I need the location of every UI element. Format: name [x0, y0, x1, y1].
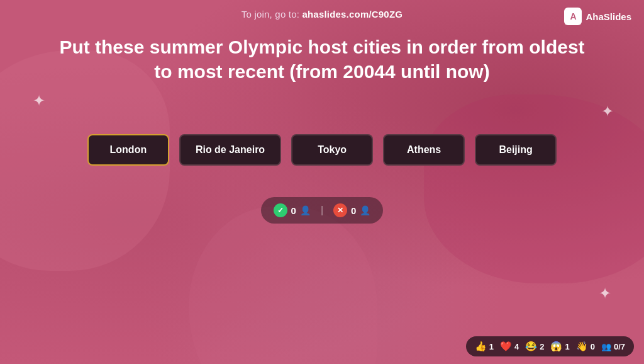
cities-row: London Rio de Janeiro Tokyo Athens Beiji…	[87, 134, 557, 166]
logo-name: AhaSlides	[586, 11, 631, 22]
top-bar: To join, go to: ahaslides.com/C90ZG A Ah…	[0, 0, 644, 26]
person-icon-correct: 👤	[300, 205, 311, 215]
person-icon-wrong: 👤	[360, 205, 370, 215]
join-url: ahaslides.com/C90ZG	[302, 9, 402, 20]
wrong-stat: ✕ 0 👤	[333, 203, 370, 217]
correct-stat: ✓ 0 👤	[274, 203, 311, 217]
correct-count: 0	[291, 205, 296, 216]
wrong-count: 0	[351, 205, 356, 216]
stat-divider: |	[321, 205, 323, 216]
join-prefix: To join, go to:	[242, 9, 303, 20]
logo-icon: A	[564, 8, 582, 25]
x-icon: ✕	[333, 203, 347, 217]
city-card-beijing[interactable]: Beijing	[475, 134, 557, 166]
city-card-tokyo[interactable]: Tokyo	[291, 134, 373, 166]
ahaslides-logo: A AhaSlides	[564, 8, 631, 25]
stats-row: ✓ 0 👤 | ✕ 0 👤	[261, 197, 384, 224]
question-title: Put these summer Olympic host cities in …	[39, 28, 605, 84]
check-icon: ✓	[274, 203, 287, 217]
page-content: To join, go to: ahaslides.com/C90ZG A Ah…	[0, 0, 644, 364]
city-card-rio[interactable]: Rio de Janeiro	[179, 134, 281, 166]
join-instructions: To join, go to: ahaslides.com/C90ZG	[242, 9, 402, 20]
city-card-athens[interactable]: Athens	[383, 134, 465, 166]
city-card-london[interactable]: London	[87, 134, 169, 166]
